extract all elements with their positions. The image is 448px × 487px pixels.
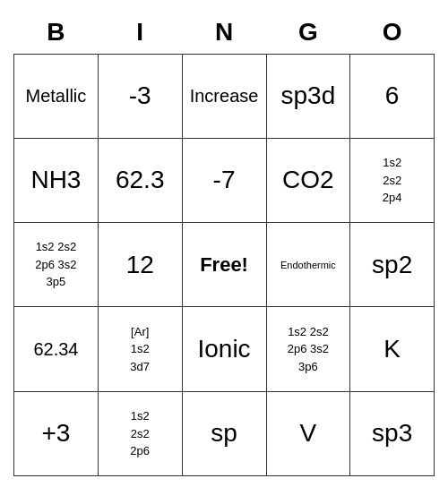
table-cell: Metallic	[14, 54, 99, 138]
table-row: 62.34[Ar] 1s2 3d7Ionic1s2 2s2 2p6 3s2 3p…	[14, 307, 435, 391]
table-cell: sp	[182, 391, 266, 475]
table-cell: 62.3	[98, 138, 182, 222]
table-cell: -3	[98, 54, 182, 138]
header-n: N	[182, 11, 266, 54]
table-cell: 62.34	[14, 307, 99, 391]
table-cell: 1s2 2s2 2p6 3s2 3p6	[266, 307, 350, 391]
table-cell: 1s2 2s2 2p6	[98, 391, 182, 475]
table-row: NH362.3-7CO21s2 2s2 2p4	[14, 138, 435, 222]
header-o: O	[350, 11, 435, 54]
header-row: B I N G O	[14, 11, 435, 54]
table-cell: 1s2 2s2 2p4	[350, 138, 435, 222]
table-row: +31s2 2s2 2p6spVsp3	[14, 391, 435, 475]
table-cell: Endothermic	[266, 223, 350, 307]
table-cell: NH3	[14, 138, 99, 222]
table-cell: 1s2 2s2 2p6 3s2 3p5	[14, 223, 99, 307]
table-cell: CO2	[266, 138, 350, 222]
table-cell: -7	[182, 138, 266, 222]
table-cell: 12	[98, 223, 182, 307]
bingo-table: B I N G O Metallic-3Increasesp3d6NH362.3…	[13, 11, 435, 476]
bingo-card: B I N G O Metallic-3Increasesp3d6NH362.3…	[13, 11, 435, 476]
table-cell: K	[350, 307, 435, 391]
table-cell: [Ar] 1s2 3d7	[98, 307, 182, 391]
table-row: 1s2 2s2 2p6 3s2 3p512Free!Endothermicsp2	[14, 223, 435, 307]
header-i: I	[98, 11, 182, 54]
table-cell: Free!	[182, 223, 266, 307]
table-cell: 6	[350, 54, 435, 138]
header-g: G	[266, 11, 350, 54]
table-cell: Increase	[182, 54, 266, 138]
table-cell: +3	[14, 391, 99, 475]
table-cell: sp3d	[266, 54, 350, 138]
header-b: B	[14, 11, 99, 54]
table-row: Metallic-3Increasesp3d6	[14, 54, 435, 138]
table-cell: Ionic	[182, 307, 266, 391]
table-cell: V	[266, 391, 350, 475]
table-cell: sp3	[350, 391, 435, 475]
table-cell: sp2	[350, 223, 435, 307]
